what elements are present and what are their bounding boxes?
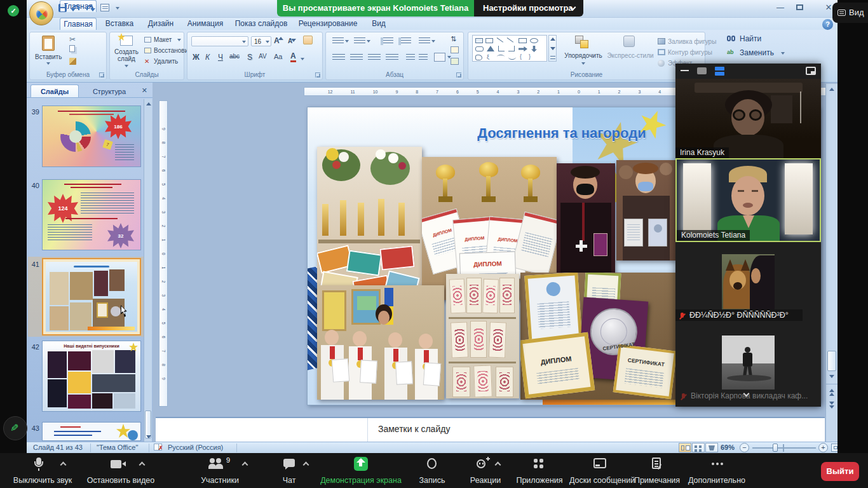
- view-settings-button[interactable]: Настройки просмотра: [474, 0, 583, 17]
- font-dialog-launcher[interactable]: [315, 72, 320, 78]
- justify-button[interactable]: [386, 54, 398, 62]
- zoom-view-button[interactable]: Вид: [832, 3, 868, 23]
- view-slideshow-button[interactable]: [705, 443, 718, 452]
- align-right-button[interactable]: [368, 54, 381, 62]
- new-slide-button[interactable]: Создать слайд: [111, 34, 142, 72]
- undo-icon[interactable]: [72, 5, 79, 10]
- font-color-button[interactable]: А: [290, 51, 296, 62]
- ltr-button[interactable]: [419, 54, 428, 62]
- decrease-indent-button[interactable]: [381, 37, 393, 45]
- notes-placeholder[interactable]: Заметки к слайду: [378, 424, 450, 434]
- panel-gallery-view-icon[interactable]: [715, 67, 724, 71]
- main-scrollbar[interactable]: [825, 84, 837, 442]
- paste-button[interactable]: Вставить: [35, 34, 62, 70]
- tab-design[interactable]: Дизайн: [144, 18, 178, 30]
- video-tile-irina[interactable]: Irina Krasyuk: [675, 79, 821, 158]
- language-label[interactable]: Русский (Россия): [168, 444, 223, 451]
- share-screen-button[interactable]: Демонстрация экрана: [318, 455, 404, 487]
- text-direction-button[interactable]: ⇅: [451, 35, 456, 43]
- panel-layout-icon[interactable]: [806, 67, 816, 75]
- qat-more-icon[interactable]: [116, 7, 119, 10]
- line-spacing-button[interactable]: [419, 37, 430, 45]
- apps-button[interactable]: Приложения: [512, 455, 567, 487]
- change-case-button[interactable]: Aa: [274, 53, 282, 60]
- thumbnails-scrollbar[interactable]: [144, 99, 152, 442]
- record-button[interactable]: Запись: [409, 455, 455, 487]
- tab-insert[interactable]: Вставка: [102, 18, 137, 30]
- tab-view[interactable]: Вид: [366, 18, 391, 30]
- arrange-button[interactable]: Упорядочить: [562, 34, 604, 71]
- rtl-button[interactable]: [406, 54, 415, 62]
- panel-speaker-view-icon[interactable]: [697, 67, 707, 74]
- slides-tab[interactable]: Слайды: [31, 85, 79, 97]
- exit-button[interactable]: Выйти: [821, 462, 859, 481]
- font-family-select[interactable]: [191, 36, 248, 46]
- tab-slideshow[interactable]: Показ слайдов: [233, 18, 290, 30]
- zoom-slider-track[interactable]: [752, 447, 816, 449]
- avatar-image-dog[interactable]: [722, 254, 775, 309]
- mute-button[interactable]: Выключить звук: [5, 455, 80, 487]
- underline-button[interactable]: Ч: [218, 53, 223, 62]
- participants-chevron-icon[interactable]: [242, 462, 248, 468]
- shrink-font-button[interactable]: A: [288, 37, 292, 44]
- panel-minimize-button[interactable]: [681, 70, 689, 71]
- video-options-chevron-icon[interactable]: [139, 462, 146, 468]
- notes-pane[interactable]: Заметки к слайду: [156, 417, 825, 442]
- slide-thumbnail-41-selected[interactable]: [42, 258, 141, 336]
- video-tile-kolomoiets-active[interactable]: Kolomoiets Tetiana: [675, 158, 821, 242]
- avatar-image-beach[interactable]: [722, 336, 775, 390]
- office-button[interactable]: [29, 1, 53, 25]
- align-left-button[interactable]: [332, 54, 345, 62]
- text-shadow-button[interactable]: S: [247, 53, 252, 62]
- view-sorter-button[interactable]: [692, 443, 705, 452]
- outline-tab[interactable]: Структура: [81, 85, 137, 97]
- tab-home-face[interactable]: Главная: [60, 18, 97, 30]
- shapes-gallery[interactable]: ξ { }: [472, 35, 547, 62]
- next-slide-button[interactable]: [829, 402, 834, 405]
- tab-review[interactable]: Рецензирование: [297, 18, 358, 30]
- window-minimize-button[interactable]: —: [772, 3, 789, 12]
- annotate-pencil-button[interactable]: ✎: [3, 416, 27, 440]
- scrollbar-thumb[interactable]: [145, 410, 151, 438]
- tab-animation[interactable]: Анимация: [186, 18, 225, 30]
- font-color-caret-icon[interactable]: [301, 58, 304, 60]
- previous-slide-button[interactable]: [829, 389, 834, 392]
- window-restore-button[interactable]: [796, 4, 803, 10]
- slide-thumbnail-40[interactable]: 124 32: [42, 179, 141, 250]
- annotations-button[interactable]: Примечания: [632, 455, 682, 487]
- columns-button[interactable]: [434, 53, 445, 62]
- slide-thumbnail-43[interactable]: [42, 422, 141, 441]
- zoom-in-button[interactable]: +: [818, 443, 828, 452]
- clipboard-dialog-launcher[interactable]: [99, 72, 104, 78]
- quick-styles-button[interactable]: Экспресс-стили: [606, 34, 655, 71]
- increase-indent-button[interactable]: [398, 37, 411, 45]
- italic-button[interactable]: К: [205, 53, 210, 62]
- spellcheck-icon[interactable]: ✗: [154, 444, 162, 451]
- zoom-slider-thumb[interactable]: [773, 444, 778, 452]
- char-spacing-button[interactable]: AV: [259, 53, 267, 60]
- cut-icon[interactable]: ✂: [69, 35, 76, 44]
- slide-grid-icon[interactable]: [100, 4, 109, 11]
- bold-button[interactable]: Ж: [193, 53, 200, 62]
- slide-thumbnail-39[interactable]: 186 7: [42, 105, 141, 167]
- format-painter-icon[interactable]: [69, 58, 76, 65]
- bullets-button[interactable]: [332, 37, 344, 45]
- copy-icon[interactable]: [69, 45, 75, 52]
- chat-chevron-icon[interactable]: [303, 462, 309, 468]
- reactions-button[interactable]: Реакции: [460, 455, 511, 487]
- align-text-button[interactable]: [451, 46, 459, 53]
- clear-formatting-icon[interactable]: [303, 36, 313, 44]
- chat-button[interactable]: Чат: [264, 455, 314, 487]
- more-button[interactable]: Дополнительно: [684, 455, 750, 487]
- zoom-out-button[interactable]: −: [740, 443, 749, 452]
- reactions-chevron-icon[interactable]: [495, 462, 501, 468]
- mute-options-chevron-icon[interactable]: [60, 462, 67, 468]
- view-normal-button[interactable]: [679, 443, 691, 452]
- main-scrollbar-thumb[interactable]: [827, 351, 836, 371]
- grow-font-button[interactable]: A: [274, 36, 280, 45]
- save-icon[interactable]: [58, 4, 67, 12]
- font-size-select[interactable]: 16: [251, 36, 271, 46]
- stop-video-button[interactable]: Остановить видео: [81, 455, 160, 487]
- strikethrough-button[interactable]: abc: [229, 53, 240, 60]
- participants-button[interactable]: 9 Участники: [188, 455, 252, 487]
